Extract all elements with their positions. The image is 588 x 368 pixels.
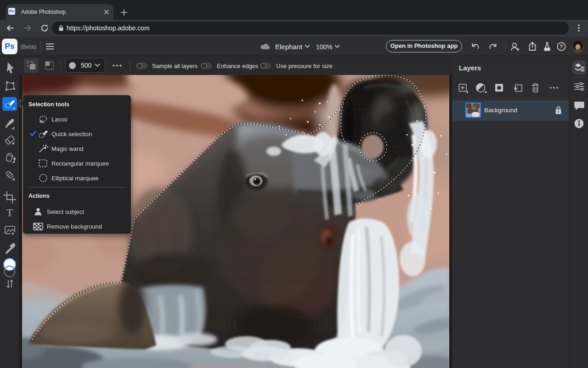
svg-text:T: T <box>6 207 13 218</box>
svg-text:?: ? <box>560 44 563 49</box>
